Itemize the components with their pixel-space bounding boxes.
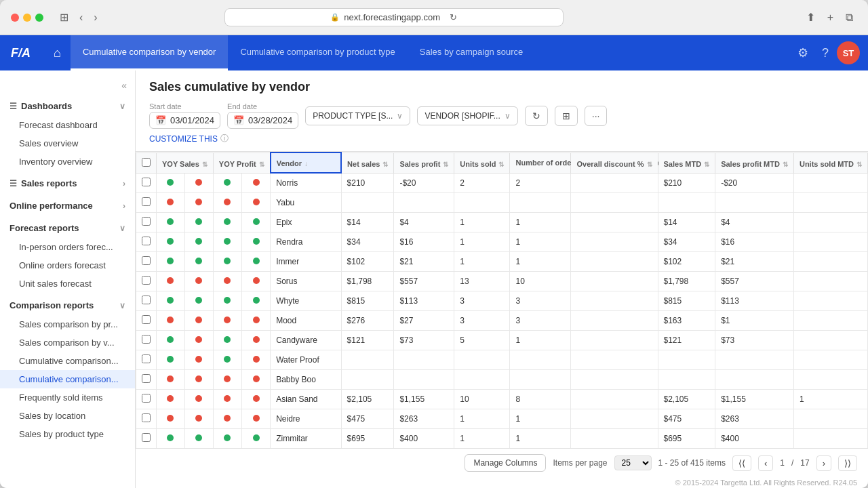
collapse-icon[interactable]: «: [121, 80, 127, 91]
sidebar-item-in-person[interactable]: In-person orders forec...: [0, 238, 135, 256]
dashboards-header[interactable]: ☰Dashboards ∨: [0, 96, 135, 116]
vendor-chevron: ∨: [505, 111, 511, 121]
main-content: « ☰Dashboards ∨ Forecast dashboard Sales…: [0, 70, 868, 488]
th-num-orders[interactable]: Number of orders with items from this ve…: [510, 152, 571, 173]
sidebar-item-inventory-overview[interactable]: Inventory overview: [0, 152, 135, 171]
th-units-sold-mtd[interactable]: Units sold MTD⇅: [793, 152, 867, 173]
th-vendor[interactable]: Vendor↓: [271, 152, 341, 173]
sidebar-item-forecast-dashboard[interactable]: Forecast dashboard: [0, 116, 135, 134]
sales-reports-header[interactable]: ☰Sales reports ›: [0, 174, 135, 193]
row-checkbox-1[interactable]: [142, 197, 151, 206]
lock-icon: 🔒: [330, 13, 340, 22]
tab-campaign[interactable]: Sales by campaign source: [408, 35, 535, 70]
prev-page-btn[interactable]: ‹: [758, 455, 773, 471]
tabs-btn[interactable]: ⧉: [842, 9, 857, 25]
address-bar[interactable]: 🔒 next.forecastingapp.com ↻: [224, 8, 564, 26]
share-btn[interactable]: ⬆: [802, 9, 819, 25]
overall-discount-cell: [571, 192, 658, 212]
end-date-input[interactable]: 📅 03/28/2024: [227, 112, 298, 129]
th-sales-profit-mtd[interactable]: Sales profit MTD⇅: [715, 152, 794, 173]
settings-icon[interactable]: ⚙: [792, 41, 814, 64]
traffic-lights: [11, 14, 43, 22]
row-checkbox-8[interactable]: [142, 335, 151, 344]
start-date-field: Start date 📅 03/01/2024: [149, 102, 220, 129]
vendor-filter[interactable]: VENDOR [SHOPIF... ∨: [417, 106, 517, 125]
units-sold-cell: [454, 192, 510, 212]
forward-btn[interactable]: ›: [90, 10, 101, 25]
close-button[interactable]: [11, 14, 19, 22]
sidebar-item-frequently-sold[interactable]: Frequently sold items: [0, 388, 135, 407]
row-checkbox-12[interactable]: [142, 413, 151, 422]
new-tab-btn[interactable]: +: [823, 9, 837, 25]
sidebar-item-cumulative-1[interactable]: Cumulative comparison...: [0, 352, 135, 370]
sidebar-item-sales-overview[interactable]: Sales overview: [0, 134, 135, 152]
forecast-reports-header[interactable]: Forecast reports ∨: [0, 218, 135, 238]
help-icon[interactable]: ?: [816, 42, 834, 64]
row-checkbox-cell: [136, 271, 157, 291]
last-page-btn[interactable]: ⟩⟩: [838, 455, 857, 471]
th-overall-discount[interactable]: Overall discount %⇅: [571, 152, 658, 173]
row-checkbox-cell: [136, 330, 157, 350]
app-header: F/A ⌂ Cumulative comparison by vendor Cu…: [0, 35, 868, 70]
tab-product-type[interactable]: Cumulative comparison by product type: [228, 35, 407, 70]
row-checkbox-11[interactable]: [142, 394, 151, 403]
comparison-reports-header[interactable]: Comparison reports ∨: [0, 296, 135, 315]
export-btn[interactable]: ⊞: [555, 106, 578, 126]
minimize-button[interactable]: [23, 14, 31, 22]
row-checkbox-13[interactable]: [142, 433, 151, 442]
refresh-btn[interactable]: ↻: [525, 106, 548, 126]
start-date-input[interactable]: 📅 03/01/2024: [149, 112, 220, 129]
row-checkbox-cell: [136, 389, 157, 409]
first-page-btn[interactable]: ⟨⟨: [732, 455, 751, 471]
sidebar-item-sales-location[interactable]: Sales by location: [0, 407, 135, 425]
th-sales-profit[interactable]: Sales profit⇅: [394, 152, 454, 173]
customize-link[interactable]: CUSTOMIZE THIS ⓘ: [149, 133, 854, 144]
sidebar-item-sales-comp-v[interactable]: Sales comparison by v...: [0, 333, 135, 352]
net-sales-cell: $34: [341, 232, 394, 251]
product-type-chevron: ∨: [397, 111, 403, 121]
th-sales-mtd[interactable]: Sales MTD⇅: [658, 152, 715, 173]
net-sales-cell: [341, 369, 394, 389]
row-checkbox-6[interactable]: [142, 296, 151, 304]
th-units-sold[interactable]: Units sold⇅: [454, 152, 510, 173]
row-checkbox-0[interactable]: [142, 178, 151, 186]
more-btn[interactable]: ···: [585, 106, 608, 126]
table-row: Asian Sand $2,105 $1,155 10 8 $2,105 $1,…: [136, 389, 868, 409]
sales-mtd-cell: $210: [658, 173, 715, 192]
select-all-checkbox[interactable]: [142, 158, 151, 167]
per-page-select[interactable]: 25 50 100: [614, 455, 652, 470]
reload-icon[interactable]: ↻: [450, 12, 457, 22]
sidebar-item-sales-product[interactable]: Sales by product type: [0, 425, 135, 443]
overall-discount-cell: [571, 212, 658, 232]
th-yoy-sales[interactable]: YOY Sales⇅: [157, 152, 214, 173]
row-checkbox-10[interactable]: [142, 374, 151, 383]
th-yoy-profit[interactable]: YOY Profit⇅: [213, 152, 270, 173]
sidebar-item-sales-comp-pr[interactable]: Sales comparison by pr...: [0, 315, 135, 333]
online-performance-header[interactable]: Online performance ›: [0, 196, 135, 216]
row-checkbox-4[interactable]: [142, 256, 151, 265]
row-checkbox-3[interactable]: [142, 237, 151, 245]
th-net-sales[interactable]: Net sales⇅: [341, 152, 394, 173]
sales-mtd-cell: $102: [658, 251, 715, 271]
sales-mtd-cell: [658, 350, 715, 369]
tab-vendor[interactable]: Cumulative comparison by vendor: [71, 35, 229, 70]
yoy2-dot: [184, 310, 213, 330]
sidebar-item-unit-sales[interactable]: Unit sales forecast: [0, 274, 135, 293]
user-avatar[interactable]: ST: [837, 41, 860, 64]
row-checkbox-5[interactable]: [142, 276, 151, 285]
sidebar-item-cumulative-2[interactable]: Cumulative comparison...: [0, 370, 135, 388]
sidebar-toggle-btn[interactable]: ⊞: [56, 9, 73, 25]
row-checkbox-9[interactable]: [142, 354, 151, 363]
row-checkbox-7[interactable]: [142, 315, 151, 324]
sidebar-item-online-orders[interactable]: Online orders forecast: [0, 256, 135, 274]
row-checkbox-2[interactable]: [142, 217, 151, 226]
maximize-button[interactable]: [35, 14, 43, 22]
next-page-btn[interactable]: ›: [816, 455, 831, 471]
manage-columns-btn[interactable]: Manage Columns: [465, 454, 546, 472]
back-btn[interactable]: ‹: [75, 10, 87, 25]
home-button[interactable]: ⌂: [44, 41, 71, 66]
yoy3-dot: [213, 369, 241, 389]
units-sold-mtd-cell: [793, 232, 867, 251]
th-select-all[interactable]: [136, 152, 157, 173]
product-type-filter[interactable]: PRODUCT TYPE [S... ∨: [305, 106, 410, 125]
